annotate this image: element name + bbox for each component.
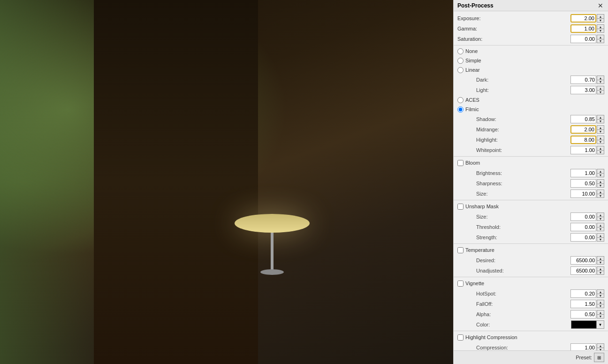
bloom-brightness-up[interactable]: ▲: [597, 169, 604, 173]
temperature-desired-spinner: ▲ ▼: [570, 256, 604, 265]
linear-dark-input[interactable]: [570, 76, 596, 84]
unsharp-threshold-label: Threshold:: [467, 224, 502, 230]
highlight-compression-spin-btns: ▲ ▼: [597, 343, 604, 350]
linear-light-input[interactable]: [570, 86, 596, 94]
temperature-desired-input[interactable]: [570, 256, 596, 265]
vignette-hotspot-down[interactable]: ▼: [597, 294, 604, 298]
exposure-input[interactable]: [570, 14, 596, 23]
tone-none-radio[interactable]: [457, 48, 464, 54]
vignette-checkbox[interactable]: [457, 281, 464, 287]
unsharp-threshold-spin-btns: ▲ ▼: [597, 223, 604, 231]
bloom-size-row: Size: ▲ ▼: [454, 189, 608, 199]
temperature-desired-down[interactable]: ▼: [597, 260, 604, 265]
unsharp-strength-up[interactable]: ▲: [597, 233, 604, 237]
filmic-midrange-row: Midrange: ▲ ▼: [454, 124, 608, 135]
preset-button[interactable]: ⊞: [594, 353, 604, 362]
unsharp-strength-down[interactable]: ▼: [597, 237, 604, 242]
highlight-compression-up[interactable]: ▲: [597, 343, 604, 348]
saturation-down[interactable]: ▼: [597, 39, 604, 43]
filmic-highlight-input[interactable]: [570, 136, 596, 144]
temperature-unadjusted-up[interactable]: ▲: [597, 266, 604, 271]
divider-5: [454, 277, 608, 277]
temperature-desired-spin-btns: ▲ ▼: [597, 256, 604, 265]
filmic-shadow-row: Shadow: ▲ ▼: [454, 114, 608, 124]
bloom-sharpness-up[interactable]: ▲: [597, 179, 604, 183]
bloom-checkbox[interactable]: [457, 160, 464, 166]
filmic-highlight-row: Highlight: ▲ ▼: [454, 135, 608, 145]
bloom-brightness-down[interactable]: ▼: [597, 173, 604, 177]
bloom-size-input[interactable]: [570, 190, 596, 198]
filmic-midrange-down[interactable]: ▼: [597, 129, 604, 134]
vignette-alpha-up[interactable]: ▲: [597, 310, 604, 314]
filmic-whitepoint-up[interactable]: ▲: [597, 146, 604, 150]
temperature-unadjusted-input[interactable]: [570, 266, 596, 275]
vignette-falloff-down[interactable]: ▼: [597, 304, 604, 308]
filmic-highlight-up[interactable]: ▲: [597, 136, 604, 140]
gamma-down[interactable]: ▼: [597, 29, 604, 33]
tone-linear-radio[interactable]: [457, 67, 464, 73]
panel-header: Post-Process ✕: [454, 0, 608, 11]
post-process-panel: Post-Process ✕ Exposure: ▲ ▼ Gamma: ▲ ▼: [453, 0, 608, 364]
bloom-sharpness-spinner: ▲ ▼: [570, 179, 604, 188]
bloom-sharpness-input[interactable]: [570, 179, 596, 188]
gamma-up[interactable]: ▲: [597, 24, 604, 29]
unsharp-size-up[interactable]: ▲: [597, 212, 604, 217]
close-button[interactable]: ✕: [597, 2, 604, 9]
lamp-pole: [271, 233, 274, 270]
linear-dark-label: Dark:: [467, 77, 502, 83]
temperature-checkbox[interactable]: [457, 247, 464, 253]
filmic-shadow-up[interactable]: ▲: [597, 115, 604, 119]
vignette-color-row: Color: ▼: [454, 319, 608, 330]
unsharp-threshold-input[interactable]: [570, 223, 596, 231]
tone-aces-radio[interactable]: [457, 97, 464, 103]
tone-simple-radio[interactable]: [457, 58, 464, 64]
bloom-sharpness-down[interactable]: ▼: [597, 183, 604, 188]
bloom-size-down[interactable]: ▼: [597, 194, 604, 198]
unsharp-checkbox[interactable]: [457, 204, 464, 210]
unsharp-size-down[interactable]: ▼: [597, 217, 604, 221]
unsharp-threshold-up[interactable]: ▲: [597, 223, 604, 227]
saturation-up[interactable]: ▲: [597, 35, 604, 39]
linear-dark-down[interactable]: ▼: [597, 80, 604, 84]
unsharp-strength-input[interactable]: [570, 233, 596, 242]
temperature-desired-up[interactable]: ▲: [597, 256, 604, 260]
tone-linear-label: Linear: [465, 67, 480, 73]
vignette-hotspot-input[interactable]: [570, 289, 596, 298]
filmic-shadow-input[interactable]: [570, 115, 596, 123]
vignette-alpha-down[interactable]: ▼: [597, 314, 604, 318]
vignette-color-dropdown-arrow[interactable]: ▼: [597, 320, 604, 329]
filmic-highlight-down[interactable]: ▼: [597, 140, 604, 144]
vignette-falloff-up[interactable]: ▲: [597, 300, 604, 304]
filmic-whitepoint-input[interactable]: [570, 146, 596, 154]
saturation-input[interactable]: [570, 35, 596, 43]
tone-filmic-radio[interactable]: [457, 106, 464, 113]
vignette-hotspot-up[interactable]: ▲: [597, 289, 604, 294]
vignette-color-swatch[interactable]: [571, 320, 597, 329]
bloom-size-up[interactable]: ▲: [597, 190, 604, 194]
filmic-whitepoint-spin-btns: ▲ ▼: [597, 146, 604, 154]
exposure-down[interactable]: ▼: [597, 18, 604, 23]
linear-dark-up[interactable]: ▲: [597, 76, 604, 80]
filmic-highlight-label: Highlight:: [467, 137, 502, 143]
bloom-brightness-input[interactable]: [570, 169, 596, 177]
filmic-midrange-input[interactable]: [570, 125, 596, 134]
tone-none-row: None: [454, 46, 608, 56]
filmic-midrange-up[interactable]: ▲: [597, 125, 604, 129]
vignette-falloff-input[interactable]: [570, 300, 596, 308]
unsharp-size-input[interactable]: [570, 212, 596, 221]
highlight-compression-checkbox[interactable]: [457, 334, 464, 341]
vignette-hotspot-row: HotSpot: ▲ ▼: [454, 288, 608, 299]
exposure-up[interactable]: ▲: [597, 14, 604, 18]
vignette-alpha-input[interactable]: [570, 310, 596, 318]
temperature-unadjusted-down[interactable]: ▼: [597, 271, 604, 275]
filmic-whitepoint-down[interactable]: ▼: [597, 150, 604, 154]
linear-light-down[interactable]: ▼: [597, 90, 604, 94]
lamp-base: [260, 269, 284, 275]
highlight-compression-input[interactable]: [570, 343, 596, 350]
unsharp-strength-label: Strength:: [467, 235, 502, 240]
unsharp-threshold-down[interactable]: ▼: [597, 227, 604, 231]
gamma-input[interactable]: [570, 24, 596, 33]
linear-light-up[interactable]: ▲: [597, 86, 604, 90]
filmic-shadow-down[interactable]: ▼: [597, 119, 604, 123]
vignette-hotspot-label: HotSpot:: [467, 291, 502, 296]
